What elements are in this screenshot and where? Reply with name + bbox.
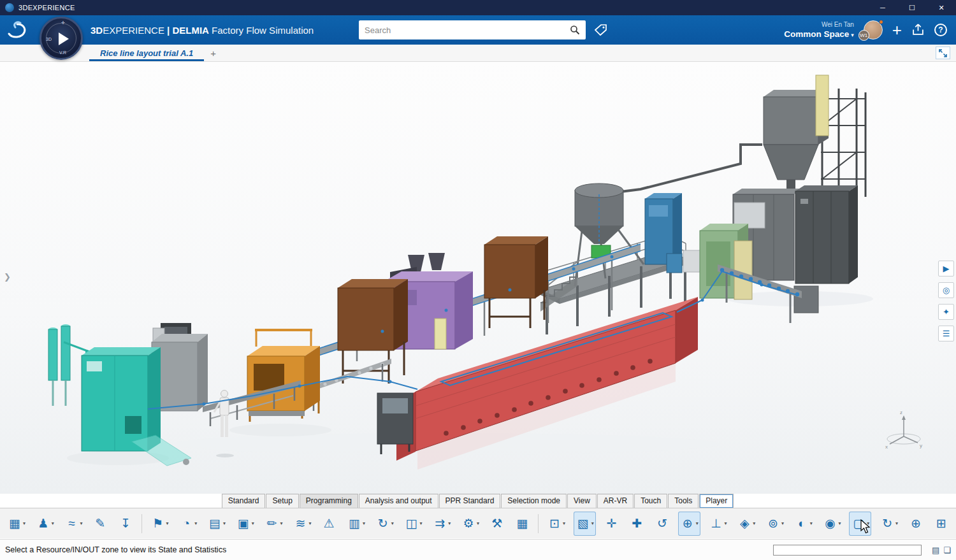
manikin-icon[interactable]: ♟▾ (34, 512, 56, 536)
pallet-icon[interactable]: ▤▾ (205, 512, 228, 536)
dropdown-caret-icon[interactable]: ▾ (895, 521, 898, 526)
multi-view-icon[interactable]: ⊞ (932, 512, 951, 536)
case-packer[interactable] (247, 329, 320, 422)
dropdown-caret-icon[interactable]: ▾ (166, 521, 169, 526)
edit-icon[interactable]: ✏▾ (263, 512, 285, 536)
compass-3d-label[interactable]: 3D (46, 37, 52, 41)
fly-mode-icon[interactable]: ✦ (938, 304, 954, 320)
zoom-icon[interactable]: ⊕▾ (678, 512, 700, 536)
resource-creation-icon[interactable]: ▦▾ (5, 512, 27, 536)
panel-expand-icon[interactable]: ❯ (4, 272, 11, 282)
dropdown-caret-icon[interactable]: ▾ (23, 521, 25, 526)
user-avatar[interactable]: W1 (864, 20, 883, 39)
3d-viewport[interactable]: z x y ❯ ▶◎✦☰ (0, 62, 956, 494)
status-input[interactable] (773, 545, 922, 556)
grid-table-icon[interactable]: ▦ (512, 512, 532, 536)
dropdown-caret-icon[interactable]: ▾ (563, 521, 565, 526)
dropdown-caret-icon[interactable]: ▾ (419, 521, 422, 526)
fit-all-icon[interactable]: ✛ (602, 512, 621, 536)
iso-view-icon[interactable]: ◈▾ (735, 512, 757, 536)
section-cylinder-icon[interactable]: ⊚▾ (764, 512, 786, 536)
collab-space-selector[interactable]: Common Space▾ (784, 29, 854, 40)
dropdown-caret-icon[interactable]: ▾ (80, 521, 83, 526)
document-tab-active[interactable]: Rice line layout trial A.1 (89, 46, 204, 61)
hopper-station-2[interactable] (484, 236, 548, 328)
storage-tower[interactable] (605, 75, 865, 197)
dropdown-caret-icon[interactable]: ▾ (223, 521, 226, 526)
ribbon-tab-setup[interactable]: Setup (266, 494, 298, 508)
normal-view-icon[interactable]: ⊥▾ (707, 512, 729, 536)
dropdown-caret-icon[interactable]: ▾ (696, 521, 699, 526)
ribbon-tab-ar-vr[interactable]: AR-VR (597, 494, 634, 508)
notes-icon[interactable]: ▤ (932, 545, 939, 555)
compass-vr-label[interactable]: V.R (59, 50, 66, 55)
compass-play-icon[interactable] (59, 32, 69, 45)
measure-icon[interactable]: ✎ (91, 512, 110, 536)
ribbon-tab-programming[interactable]: Programming (300, 494, 358, 508)
dropdown-caret-icon[interactable]: ▾ (839, 521, 841, 526)
screen-share-icon[interactable]: ❏ (943, 545, 951, 555)
machine-program-icon[interactable]: ▣▾ (234, 512, 256, 536)
table-data-icon[interactable]: ▥▾ (345, 512, 367, 536)
tag-icon[interactable] (593, 22, 609, 38)
look-at-icon[interactable]: ▢▾ (849, 512, 871, 536)
pin-icon[interactable]: ↧ (116, 512, 135, 536)
blue-monitor[interactable] (667, 254, 682, 273)
close-button[interactable]: ✕ (927, 0, 956, 15)
simulation-spring-icon[interactable]: ≈▾ (62, 512, 85, 536)
ground-icon[interactable]: ⊕ (906, 512, 925, 536)
zoom-area-icon[interactable]: ⊡▾ (545, 512, 567, 536)
restore-layout-button[interactable] (936, 47, 950, 59)
ribbon-tab-ppr-standard[interactable]: PPR Standard (439, 494, 501, 508)
ribbon-tab-touch[interactable]: Touch (634, 494, 667, 508)
dropdown-caret-icon[interactable]: ▾ (810, 521, 813, 526)
tools-hammer-icon[interactable]: ⚒ (488, 512, 507, 536)
search-icon[interactable] (570, 25, 580, 35)
conveyor-icon[interactable]: ≋▾ (291, 512, 313, 536)
dropdown-caret-icon[interactable]: ▾ (448, 521, 451, 526)
turntable-icon[interactable]: ↻▾ (878, 512, 900, 536)
share-icon[interactable] (911, 23, 925, 36)
ribbon-tab-player[interactable]: Player (699, 494, 734, 508)
maximize-button[interactable]: ☐ (897, 0, 927, 15)
ribbon-tab-view[interactable]: View (567, 494, 597, 508)
flow-arrows-icon[interactable]: ⇉▾ (430, 512, 453, 536)
search-input[interactable] (365, 25, 570, 35)
state-flag-icon[interactable]: ⚑▾ (148, 512, 171, 536)
search-box[interactable] (359, 20, 586, 39)
new-tab-button[interactable]: + (204, 48, 222, 61)
sim-media-icon[interactable]: ▶ (938, 261, 954, 276)
ribbon-tab-selection-mode[interactable]: Selection mode (501, 494, 567, 508)
operator-warning-icon[interactable]: ⚠ (319, 512, 338, 536)
ribbon-tab-tools[interactable]: Tools (668, 494, 699, 508)
dropdown-caret-icon[interactable]: ▾ (52, 521, 54, 526)
dropdown-caret-icon[interactable]: ▾ (477, 521, 479, 526)
hide-show-icon[interactable]: ◉▾ (821, 512, 843, 536)
dropdown-caret-icon[interactable]: ▾ (867, 521, 869, 526)
minimize-button[interactable]: ─ (868, 0, 897, 15)
loop-icon[interactable]: ↻▾ (373, 512, 396, 536)
gears-icon[interactable]: ⚙▾ (459, 512, 481, 536)
ribbon-tab-standard[interactable]: Standard (222, 494, 266, 508)
view-list-icon[interactable]: ☰ (938, 326, 954, 341)
3d-compass[interactable]: 3D V.R ✛ (40, 17, 83, 60)
dropdown-caret-icon[interactable]: ▾ (753, 521, 755, 526)
dropdown-caret-icon[interactable]: ▾ (391, 521, 394, 526)
ribbon-tab-analysis-and-output[interactable]: Analysis and output (359, 494, 438, 508)
dropdown-caret-icon[interactable]: ▾ (252, 521, 254, 526)
dropdown-caret-icon[interactable]: ▾ (725, 521, 727, 526)
dropdown-caret-icon[interactable]: ▾ (194, 521, 197, 526)
chart-icon[interactable]: ◫▾ (402, 512, 424, 536)
dropdown-caret-icon[interactable]: ▾ (363, 521, 365, 526)
time-clock-icon[interactable]: ◔▾ (177, 512, 199, 536)
dropdown-caret-icon[interactable]: ▾ (280, 521, 283, 526)
bucket-elevator[interactable] (816, 75, 829, 136)
rotate-view-icon[interactable]: ↺ (653, 512, 672, 536)
add-content-button[interactable]: + (892, 22, 902, 38)
viewpoint-capture-icon[interactable]: ◎ (938, 282, 954, 298)
cabinet-yellow[interactable] (734, 241, 752, 299)
pan-icon[interactable]: ✚ (627, 512, 646, 536)
render-style-icon[interactable]: ◐▾ (792, 512, 815, 536)
dropdown-caret-icon[interactable]: ▾ (591, 521, 594, 526)
help-button[interactable]: ? (934, 24, 947, 36)
